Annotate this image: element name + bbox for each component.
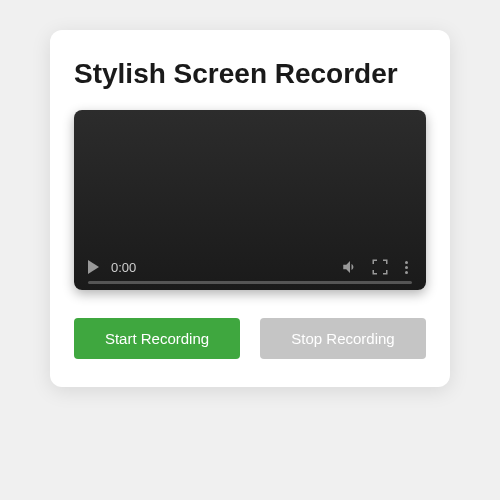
video-progress-bar[interactable]	[88, 281, 412, 284]
video-preview[interactable]: 0:00	[74, 110, 426, 290]
volume-icon[interactable]	[341, 258, 359, 276]
play-icon[interactable]	[88, 260, 99, 274]
video-control-bar: 0:00	[88, 258, 412, 276]
video-time: 0:00	[111, 260, 136, 275]
fullscreen-icon[interactable]	[371, 258, 389, 276]
stop-recording-button: Stop Recording	[260, 318, 426, 359]
start-recording-button[interactable]: Start Recording	[74, 318, 240, 359]
page-title: Stylish Screen Recorder	[74, 58, 426, 90]
more-options-icon[interactable]	[401, 261, 412, 274]
button-row: Start Recording Stop Recording	[74, 318, 426, 359]
recorder-card: Stylish Screen Recorder 0:00 Start Recor…	[50, 30, 450, 387]
